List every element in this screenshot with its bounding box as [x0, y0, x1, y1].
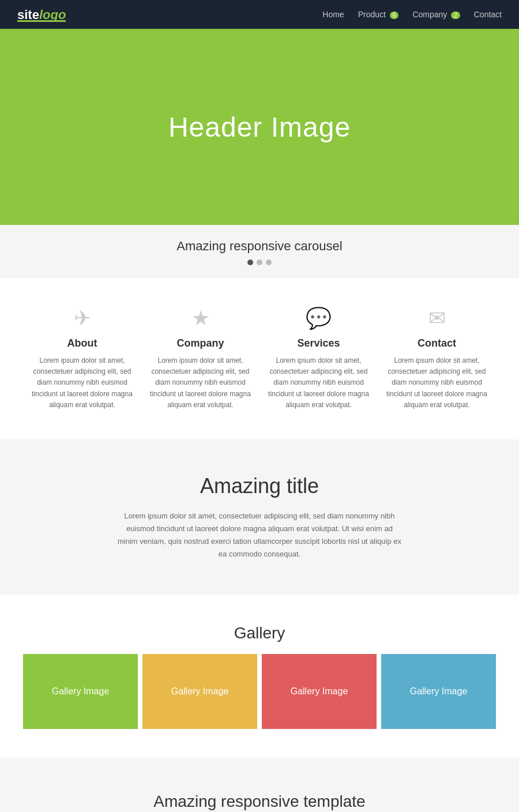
nav-item-product[interactable]: Product 6: [358, 9, 399, 20]
hero-title: Header Image: [168, 111, 351, 143]
nav-item-home[interactable]: Home: [322, 9, 344, 20]
feature-company: ★ Company Lorem ipsum dolor sit amet, co…: [141, 306, 260, 411]
gallery-item-3[interactable]: Gallery Image: [262, 654, 377, 729]
features-section: ✈ About Lorem ipsum dolor sit amet, cons…: [0, 277, 519, 439]
company-icon: ★: [150, 306, 251, 330]
gallery-label-1: Gallery Image: [52, 686, 110, 697]
feature-about-text: Lorem ipsum dolor sit amet, consectetuer…: [32, 355, 133, 411]
gallery-item-4[interactable]: Gallery Image: [381, 654, 496, 729]
product-badge: 6: [390, 12, 399, 19]
nav-item-contact[interactable]: Contact: [474, 9, 502, 20]
feature-contact-title: Contact: [386, 337, 487, 349]
template-section: Amazing responsive template Lorem ipsum …: [0, 758, 519, 812]
feature-services-title: Services: [268, 337, 369, 349]
navbar: sitelogo Home Product 6 Company 2 Contac…: [0, 0, 519, 29]
carousel-section: Amazing responsive carousel: [0, 225, 519, 277]
amazing-title-section: Amazing title Lorem ipsum dolor sit amet…: [0, 439, 519, 595]
feature-company-text: Lorem ipsum dolor sit amet, consectetuer…: [150, 355, 251, 411]
feature-about: ✈ About Lorem ipsum dolor sit amet, cons…: [23, 306, 141, 411]
gallery-item-2[interactable]: Gallery Image: [142, 654, 257, 729]
gallery-label-3: Gallery Image: [291, 686, 348, 697]
gallery-grid: Gallery Image Gallery Image Gallery Imag…: [23, 654, 496, 729]
amazing-title: Amazing title: [115, 474, 404, 498]
feature-contact-text: Lorem ipsum dolor sit amet, consectetuer…: [386, 355, 487, 411]
feature-company-title: Company: [150, 337, 251, 349]
amazing-title-text: Lorem ipsum dolor sit amet, consectetuer…: [115, 510, 404, 561]
company-badge: 2: [451, 12, 460, 19]
nav-links: Home Product 6 Company 2 Contact: [322, 9, 502, 20]
feature-contact: ✉ Contact Lorem ipsum dolor sit amet, co…: [378, 306, 496, 411]
nav-item-company[interactable]: Company 2: [412, 9, 460, 20]
gallery-label-4: Gallery Image: [410, 686, 468, 697]
gallery-item-1[interactable]: Gallery Image: [23, 654, 138, 729]
feature-about-title: About: [32, 337, 133, 349]
dot-2[interactable]: [257, 260, 262, 265]
feature-services: 💬 Services Lorem ipsum dolor sit amet, c…: [260, 306, 378, 411]
dot-1[interactable]: [247, 260, 253, 265]
template-title: Amazing responsive template: [92, 792, 427, 811]
gallery-title: Gallery: [23, 624, 496, 642]
logo-italic: logo: [39, 7, 66, 22]
services-icon: 💬: [268, 306, 369, 330]
logo: sitelogo: [17, 7, 66, 22]
logo-site: site: [17, 7, 39, 22]
carousel-dots: [0, 260, 519, 265]
gallery-label-2: Gallery Image: [171, 686, 229, 697]
contact-icon: ✉: [386, 306, 487, 330]
gallery-section: Gallery Gallery Image Gallery Image Gall…: [0, 595, 519, 758]
about-icon: ✈: [32, 306, 133, 330]
feature-services-text: Lorem ipsum dolor sit amet, consectetuer…: [268, 355, 369, 411]
dot-3[interactable]: [266, 260, 272, 265]
carousel-title: Amazing responsive carousel: [0, 239, 519, 254]
hero-section: Header Image: [0, 29, 519, 225]
